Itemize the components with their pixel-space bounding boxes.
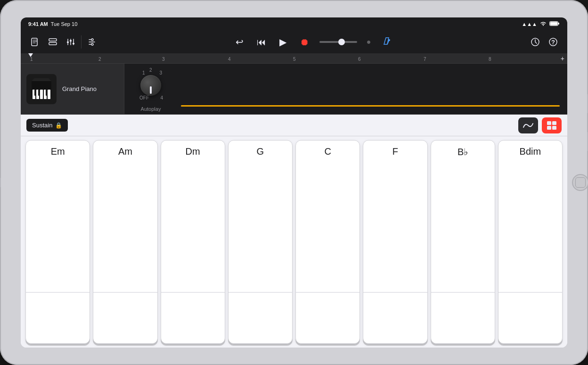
- signal-icon: ▲▲▲: [522, 21, 537, 27]
- svg-rect-5: [49, 39, 57, 41]
- lock-icon: 🔒: [55, 122, 62, 129]
- svg-rect-7: [67, 41, 69, 43]
- status-date: Tue Sep 10: [51, 21, 77, 27]
- chord-key-bb[interactable]: B♭: [431, 140, 495, 344]
- ipad-screen: 9:41 AM Tue Sep 10 ▲▲▲: [21, 17, 567, 348]
- svg-rect-2: [550, 22, 558, 25]
- settings-button[interactable]: [85, 35, 98, 49]
- piano-thumbnail: [26, 74, 57, 104]
- track-name: Grand Piano: [62, 85, 97, 92]
- status-bar-right: ▲▲▲: [522, 21, 560, 27]
- chord-glissando-button[interactable]: [518, 117, 538, 133]
- chord-key-am[interactable]: Am: [93, 140, 157, 344]
- wifi-icon: [540, 21, 547, 27]
- status-bar-left: 9:41 AM Tue Sep 10: [28, 21, 77, 27]
- autoplay-section: OFF 1 2 3 4 Autoplay: [132, 66, 170, 112]
- chord-key-em-label: Em: [51, 146, 65, 157]
- svg-point-13: [388, 39, 390, 41]
- ruler-mark-4: 4: [228, 57, 231, 62]
- add-track-button[interactable]: +: [561, 55, 564, 62]
- toolbar-left: [28, 35, 77, 49]
- sustain-label: Sustain: [32, 122, 52, 129]
- chord-key-g-label: G: [257, 146, 264, 157]
- ruler-mark-2: 2: [98, 57, 101, 62]
- svg-rect-6: [49, 42, 57, 45]
- track-header: Grand Piano: [21, 64, 124, 114]
- chord-key-dm-stripe: [161, 292, 225, 293]
- ipad-frame: 9:41 AM Tue Sep 10 ▲▲▲: [0, 0, 588, 365]
- svg-rect-26: [547, 121, 551, 125]
- volume-slider[interactable]: [319, 41, 357, 43]
- toolbar-center: ↩ ⏮ ▶ ⏺ ●: [102, 34, 525, 50]
- svg-rect-27: [552, 121, 556, 125]
- svg-rect-9: [73, 43, 74, 44]
- svg-rect-22: [48, 90, 50, 99]
- chord-key-dm[interactable]: Dm: [161, 140, 225, 344]
- tracks-button[interactable]: [46, 35, 59, 49]
- chord-key-am-stripe: [93, 292, 157, 293]
- volume-thumb: [338, 39, 345, 45]
- help-button[interactable]: ?: [547, 35, 560, 49]
- home-button[interactable]: [572, 174, 588, 191]
- chord-key-f-label: F: [392, 146, 398, 157]
- track-info: Grand Piano: [62, 85, 97, 92]
- svg-rect-20: [40, 90, 43, 99]
- chord-key-em[interactable]: Em: [25, 140, 90, 344]
- svg-rect-25: [46, 90, 48, 96]
- new-song-button[interactable]: [28, 35, 41, 49]
- status-time: 9:41 AM: [28, 21, 48, 27]
- svg-rect-4: [32, 38, 37, 46]
- chord-key-f-stripe: [363, 292, 427, 293]
- ruler-mark-5: 5: [293, 57, 296, 62]
- sustain-button[interactable]: Sustain 🔒: [26, 119, 68, 132]
- ruler-mark-1: 1: [30, 57, 33, 62]
- svg-rect-29: [552, 126, 556, 130]
- chord-grid-button[interactable]: [542, 117, 562, 133]
- svg-text:?: ?: [551, 39, 555, 46]
- left-side-button[interactable]: [0, 178, 1, 187]
- svg-point-11: [91, 43, 93, 45]
- tracks-area: Grand Piano OFF 1 2 3 4: [21, 64, 567, 115]
- chord-key-bb-stripe: [431, 292, 495, 293]
- svg-rect-3: [558, 23, 559, 25]
- knob-label-off: OFF: [139, 95, 149, 100]
- timeline-ruler: 1 2 3 4 5 6 7 8 +: [21, 53, 567, 64]
- svg-point-0: [543, 25, 544, 26]
- chord-key-f[interactable]: F: [363, 140, 427, 344]
- play-button[interactable]: ▶: [277, 34, 289, 50]
- svg-rect-28: [547, 126, 551, 130]
- chord-key-g[interactable]: G: [228, 140, 293, 344]
- toolbar-right: ?: [529, 35, 560, 49]
- knob-label-2: 2: [149, 67, 152, 73]
- chord-key-am-label: Am: [118, 146, 132, 157]
- knob-label-1: 1: [142, 70, 145, 75]
- knob-circle[interactable]: [140, 75, 161, 96]
- ruler-mark-8: 8: [489, 57, 491, 62]
- undo-button[interactable]: ↩: [233, 34, 246, 50]
- chord-key-c[interactable]: C: [295, 140, 360, 344]
- rewind-button[interactable]: ⏮: [254, 35, 269, 50]
- home-button-inner: [575, 177, 586, 188]
- ruler-mark-6: 6: [358, 57, 361, 62]
- toolbar-divider-1: [81, 35, 82, 49]
- record-button[interactable]: ⏺: [297, 35, 312, 50]
- chord-keys-area: Em Am Dm G C F: [21, 136, 567, 348]
- chord-key-bdim-stripe: [498, 292, 562, 293]
- metronome-button[interactable]: [380, 34, 394, 50]
- svg-point-10: [91, 39, 93, 41]
- chord-key-dm-label: Dm: [186, 146, 200, 157]
- knob-label-4: 4: [160, 95, 163, 100]
- chord-key-bdim-label: Bdim: [520, 146, 541, 157]
- svg-rect-24: [38, 90, 40, 96]
- knob-label-3: 3: [159, 70, 162, 75]
- master-track-button[interactable]: ●: [365, 36, 373, 48]
- controls-bar: Sustain 🔒: [21, 115, 567, 136]
- mixer-button[interactable]: [64, 35, 77, 49]
- svg-rect-23: [34, 90, 36, 96]
- autoplay-knob[interactable]: OFF 1 2 3 4: [132, 66, 170, 104]
- chord-key-bdim[interactable]: Bdim: [498, 140, 563, 344]
- tempo-button[interactable]: [529, 35, 542, 49]
- chord-key-bb-label: B♭: [457, 146, 468, 158]
- ruler-mark-7: 7: [424, 57, 426, 62]
- status-bar: 9:41 AM Tue Sep 10 ▲▲▲: [21, 17, 567, 31]
